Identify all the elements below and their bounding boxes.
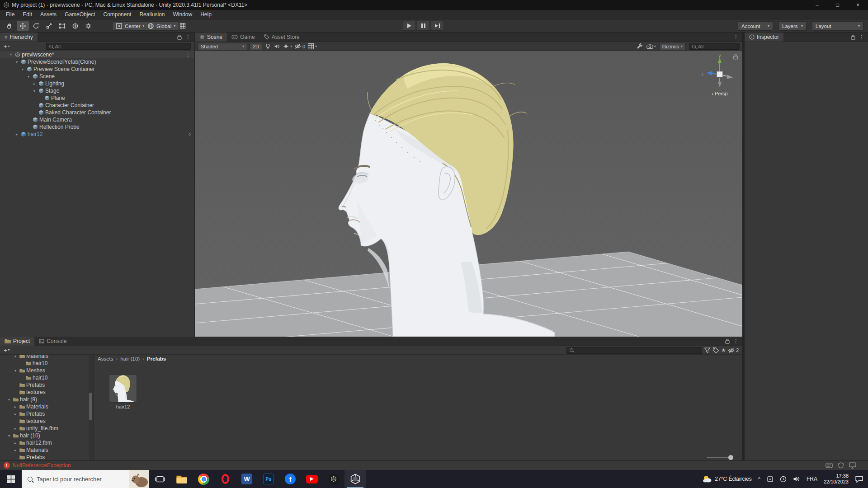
tab-inspector[interactable]: Inspector <box>745 33 783 42</box>
taskbar-word[interactable]: W <box>236 470 258 488</box>
hierarchy-row[interactable]: Reflection Probe <box>0 123 194 131</box>
foldout-icon[interactable]: ▾ <box>8 52 14 56</box>
pivot-toggle-button[interactable]: Center ▾ <box>112 21 148 31</box>
foldout-icon[interactable]: ▾ <box>14 60 19 64</box>
axis-y-label[interactable]: y <box>719 53 721 58</box>
close-button[interactable]: × <box>848 0 868 10</box>
scrollbar-thumb[interactable] <box>89 393 92 420</box>
folder-row[interactable]: ▾hair (10) <box>0 432 93 439</box>
hand-tool-icon[interactable] <box>4 21 16 31</box>
tab-console[interactable]: Console <box>34 337 71 346</box>
prefab-open-chevron[interactable]: › <box>189 131 194 137</box>
foldout-icon[interactable]: ▸ <box>13 448 18 452</box>
kebab-menu-icon[interactable]: ⋮ <box>733 338 739 344</box>
kebab-menu-icon[interactable]: ⋮ <box>185 34 191 40</box>
hierarchy-row-prefab[interactable]: ▸hair12› <box>0 131 194 138</box>
foldout-icon[interactable]: ▾ <box>6 434 12 438</box>
foldout-icon[interactable]: ▾ <box>26 75 31 79</box>
kebab-menu-icon[interactable]: ⋮ <box>185 52 194 58</box>
scene-effects-dropdown[interactable]: ▾ <box>283 43 292 50</box>
folder-row[interactable]: ▾hair (9) <box>0 396 93 403</box>
axis-x-cone[interactable] <box>727 75 733 79</box>
create-asset-button[interactable]: + ▾ <box>4 347 10 354</box>
taskbar-clock[interactable]: 17:38 22/10/2023 <box>824 473 849 485</box>
minimize-button[interactable]: – <box>807 0 827 10</box>
perspective-label[interactable]: ‹ Persp <box>699 91 740 96</box>
folder-row[interactable]: ▸hair12.fbm <box>0 439 93 446</box>
hidden-objects-toggle[interactable]: 0 <box>294 43 305 50</box>
folder-row[interactable]: ▸Materials <box>0 446 93 454</box>
editor-tools-icon[interactable] <box>637 43 643 50</box>
tab-asset-store[interactable]: Asset Store <box>259 33 304 42</box>
hidden-icons-chevron[interactable]: ^ <box>758 476 760 482</box>
foldout-icon[interactable]: ▸ <box>13 427 18 431</box>
folder-row[interactable]: ▸Materials <box>0 403 93 410</box>
axis-neg-y-cone[interactable] <box>718 82 722 87</box>
menu-edit[interactable]: Edit <box>19 10 36 19</box>
lock-icon[interactable] <box>851 34 855 40</box>
taskbar-chrome[interactable] <box>193 470 214 488</box>
hierarchy-row[interactable]: ▾Scene <box>0 73 194 80</box>
folder-row[interactable]: hair10 <box>0 360 93 367</box>
scene-search-input[interactable]: All <box>689 43 740 50</box>
foldout-icon[interactable]: ▸ <box>32 82 37 86</box>
custom-tool-icon[interactable] <box>82 21 94 31</box>
action-center-icon[interactable] <box>855 475 863 483</box>
taskbar-opera[interactable] <box>214 470 236 488</box>
2d-toggle-button[interactable]: 2D <box>250 43 262 50</box>
lock-icon[interactable] <box>725 338 730 344</box>
grid-snap-icon[interactable] <box>176 21 189 31</box>
hierarchy-search-input[interactable]: All <box>46 43 191 50</box>
breadcrumb-folder[interactable]: hair (10) <box>120 356 140 361</box>
menu-component[interactable]: Component <box>99 10 135 19</box>
scene-orientation-gizmo[interactable]: y z <box>702 53 733 87</box>
weather-widget[interactable]: 27°C Éclaircies <box>702 474 752 483</box>
foldout-icon[interactable]: ▾ <box>6 398 12 402</box>
search-by-type-icon[interactable] <box>704 347 711 354</box>
maximize-button[interactable]: □ <box>827 0 848 10</box>
folder-row[interactable]: ▸unity_file.fbm <box>0 425 93 432</box>
folder-row[interactable]: ▸Prefabs <box>0 410 93 418</box>
hierarchy-row[interactable]: ▾Stage <box>0 87 194 94</box>
taskbar-facebook[interactable]: f <box>279 470 301 488</box>
favorites-star-icon[interactable]: ★ <box>721 347 726 353</box>
tray-clock-icon[interactable] <box>780 476 787 483</box>
tray-volume-icon[interactable] <box>793 476 800 482</box>
tree-scrollbar[interactable] <box>89 355 93 460</box>
taskbar-file-explorer[interactable] <box>171 470 193 488</box>
grid-visibility-dropdown[interactable]: ▾ <box>307 43 317 50</box>
start-button[interactable] <box>0 470 22 488</box>
foldout-icon[interactable]: ▸ <box>13 412 18 416</box>
pause-button[interactable] <box>417 21 430 31</box>
hierarchy-row[interactable]: ▾Preview Scene Container <box>0 66 194 73</box>
breadcrumb-root[interactable]: Assets <box>98 356 113 361</box>
transform-tool-icon[interactable] <box>69 21 81 31</box>
tray-app-icon[interactable] <box>767 476 774 483</box>
taskbar-search-input[interactable]: Taper ici pour rechercher <box>22 470 149 488</box>
axis-y-cone[interactable] <box>718 58 722 63</box>
hierarchy-row[interactable]: Plane <box>0 94 194 102</box>
foldout-icon[interactable]: ▾ <box>13 355 18 358</box>
tab-game[interactable]: Game <box>227 33 259 42</box>
thumbnail-zoom-slider[interactable] <box>707 457 732 458</box>
taskbar-unity-hub[interactable] <box>323 470 344 488</box>
project-content-area[interactable]: hair12 <box>94 363 742 460</box>
folder-row[interactable]: Prefabs <box>0 454 93 460</box>
gizmo-center-cube[interactable] <box>717 72 722 77</box>
gizmos-dropdown[interactable]: Gizmos ▾ <box>659 43 686 50</box>
move-tool-icon[interactable] <box>17 21 29 31</box>
foldout-icon[interactable]: ▾ <box>32 89 37 93</box>
tab-scene[interactable]: Scene <box>195 33 227 42</box>
persp-collapse-icon[interactable]: ‹ <box>712 91 713 96</box>
kebab-menu-icon[interactable]: ⋮ <box>859 34 864 40</box>
menu-help[interactable]: Help <box>196 10 216 19</box>
foldout-icon[interactable]: ▸ <box>14 132 19 136</box>
shading-mode-dropdown[interactable]: Shaded ▾ <box>198 43 247 50</box>
scene-3d-render[interactable]: y z <box>195 51 742 337</box>
menu-assets[interactable]: Assets <box>36 10 61 19</box>
slider-thumb[interactable] <box>728 455 733 460</box>
hierarchy-row[interactable]: ▾PreviewScenePrefab(Clone) <box>0 58 194 66</box>
create-object-button[interactable]: + ▾ <box>4 43 10 50</box>
hierarchy-row[interactable]: Baked Character Container <box>0 109 194 116</box>
status-tray-icon[interactable] <box>838 462 844 469</box>
